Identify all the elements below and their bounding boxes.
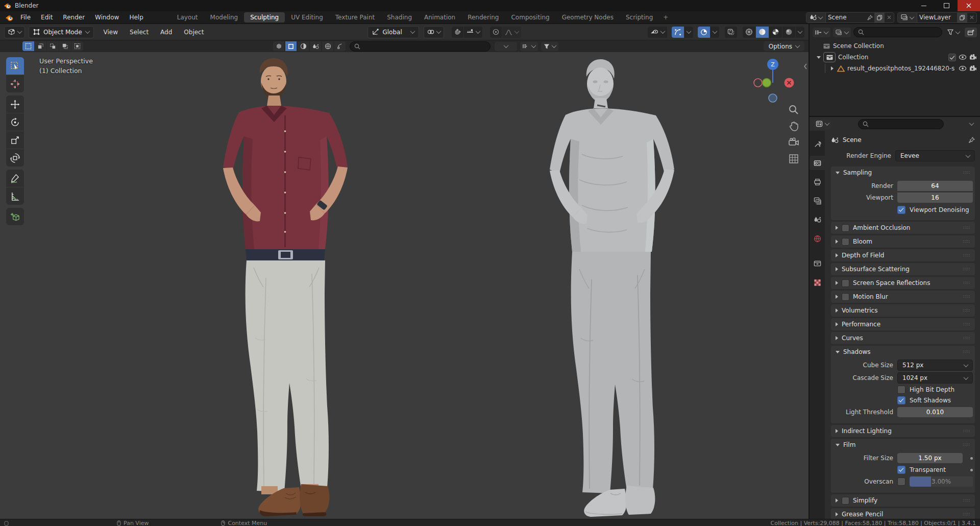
overscan-checkbox[interactable] — [897, 477, 905, 486]
display-mode-dropdown[interactable] — [520, 42, 538, 51]
panel-shadows-header[interactable]: Shadows ∷∷ — [831, 346, 975, 358]
collection-exclude-checkbox[interactable] — [948, 54, 956, 61]
tab-animation[interactable]: Animation — [418, 12, 461, 22]
shading-material-button[interactable] — [769, 27, 782, 38]
show-gizmo-toggle[interactable] — [672, 27, 684, 38]
object-visibility-dropdown[interactable] — [648, 27, 667, 38]
transform-orientation-dropdown[interactable]: Global — [368, 26, 419, 38]
overscan-slider[interactable]: 3.00% — [910, 476, 973, 487]
filter-dropdown[interactable] — [541, 42, 558, 51]
tool-rotate[interactable] — [6, 113, 24, 131]
viewport-shading-tile-active[interactable] — [285, 41, 297, 51]
sculpt-mesh-man[interactable] — [550, 59, 674, 517]
brush-icon[interactable] — [334, 41, 346, 51]
new-scene-button[interactable] — [874, 13, 885, 22]
region-toggle-arrow[interactable] — [803, 63, 807, 69]
toggle-ortho-button[interactable] — [788, 153, 799, 164]
panel-sampling-header[interactable]: Sampling ∷∷ — [831, 166, 975, 179]
collapsed-dropdown[interactable] — [495, 42, 517, 51]
menu-render[interactable]: Render — [58, 12, 90, 22]
tab-tool[interactable] — [810, 137, 825, 151]
shading-settings-dropdown[interactable] — [796, 27, 804, 38]
viewlayer-name[interactable]: ViewLayer — [917, 14, 957, 21]
overlays-settings-dropdown[interactable] — [710, 27, 719, 38]
tab-uv-editing[interactable]: UV Editing — [285, 12, 329, 22]
mode-dropdown[interactable]: Object Mode — [29, 26, 94, 38]
menu-edit[interactable]: Edit — [36, 12, 58, 22]
properties-search-input[interactable] — [858, 119, 944, 129]
expand-icon[interactable] — [817, 56, 821, 59]
panel-motion-blur[interactable]: Motion Blur∷∷ — [831, 291, 975, 303]
tab-output[interactable] — [810, 175, 825, 189]
unlink-scene-button[interactable] — [885, 15, 894, 19]
menu-window[interactable]: Window — [90, 12, 124, 22]
world-icon[interactable] — [322, 41, 333, 51]
editor-type-button[interactable] — [4, 26, 25, 38]
navigation-gizmo[interactable]: Z — [749, 56, 796, 104]
reference-photo-man[interactable] — [223, 58, 348, 516]
sampling-viewport-field[interactable]: 16 — [897, 193, 973, 203]
viewport-canvas[interactable]: User Perspective (1) Collection — [0, 52, 808, 519]
panel-film-header[interactable]: Film ∷∷ — [831, 439, 975, 451]
pin-icon[interactable] — [866, 15, 874, 20]
tool-select-box[interactable] — [6, 57, 24, 75]
tab-compositing[interactable]: Compositing — [505, 12, 555, 22]
animate-dot-icon[interactable] — [970, 457, 973, 460]
new-collection-button[interactable] — [965, 28, 977, 37]
animate-dot-icon[interactable] — [970, 469, 973, 471]
scene-data-icon[interactable] — [310, 41, 321, 51]
panel-checkbox[interactable] — [842, 279, 849, 287]
matcap-icon[interactable] — [273, 41, 284, 51]
options-button[interactable]: Options — [764, 41, 804, 51]
viewport-menu-object[interactable]: Object — [179, 27, 209, 37]
properties-editor-type-button[interactable] — [813, 119, 831, 129]
filter-size-field[interactable]: 1.50 px — [897, 453, 963, 463]
add-workspace-button[interactable]: + — [659, 12, 672, 22]
pan-view-button[interactable] — [788, 121, 799, 132]
panel-depth-of-field[interactable]: Depth of Field∷∷ — [831, 249, 975, 261]
tool-search-input[interactable] — [350, 41, 491, 52]
disable-render-camera-icon[interactable] — [969, 54, 977, 60]
outliner-row-scene-collection[interactable]: Scene Collection — [810, 40, 980, 52]
xray-toggle[interactable] — [725, 27, 737, 38]
show-overlays-toggle[interactable] — [698, 27, 710, 38]
panel-curves[interactable]: Curves∷∷ — [831, 332, 975, 344]
viewport-menu-view[interactable]: View — [99, 27, 123, 37]
properties-options-dropdown[interactable] — [969, 121, 974, 126]
outliner-search-input[interactable] — [853, 27, 942, 37]
select-mode-subtract[interactable] — [47, 41, 59, 51]
zoom-view-button[interactable] — [788, 104, 799, 115]
viewport-menu-select[interactable]: Select — [125, 27, 154, 37]
tab-scripting[interactable]: Scripting — [620, 12, 659, 22]
panel-grease-pencil[interactable]: Grease Pencil∷∷ — [831, 508, 975, 519]
tab-layout[interactable]: Layout — [171, 12, 204, 22]
gizmo-settings-dropdown[interactable] — [684, 27, 693, 38]
maximize-button[interactable] — [935, 0, 958, 11]
panel-screen-space-reflections[interactable]: Screen Space Reflections∷∷ — [831, 277, 975, 289]
tab-view-layer[interactable] — [810, 194, 825, 208]
tab-shading[interactable]: Shading — [381, 12, 418, 22]
proportional-falloff-dropdown[interactable] — [502, 27, 521, 38]
panel-bloom[interactable]: Bloom∷∷ — [831, 235, 975, 248]
scene-browse-button[interactable] — [806, 13, 826, 22]
minimize-button[interactable] — [913, 0, 935, 11]
render-engine-dropdown[interactable]: Eevee — [895, 150, 975, 161]
viewlayer-browse-button[interactable] — [898, 13, 917, 22]
tool-add-cube[interactable] — [6, 208, 24, 225]
tool-scale[interactable] — [6, 131, 24, 149]
hide-viewport-eye-icon[interactable] — [959, 54, 967, 60]
transparent-checkbox[interactable] — [897, 466, 905, 474]
snap-toggle[interactable] — [452, 27, 463, 38]
panel-ambient-occlusion[interactable]: Ambient Occlusion∷∷ — [831, 222, 975, 234]
tab-modeling[interactable]: Modeling — [204, 12, 244, 22]
panel-performance[interactable]: Performance∷∷ — [831, 318, 975, 330]
blender-menu-icon[interactable] — [3, 14, 15, 21]
outliner-filter-dropdown[interactable] — [945, 28, 962, 37]
tab-collection[interactable] — [810, 256, 825, 271]
tab-texture-paint[interactable]: Texture Paint — [329, 12, 381, 22]
tab-world[interactable] — [810, 231, 825, 246]
breadcrumb-scene[interactable]: Scene — [843, 136, 862, 144]
select-mode-intersect[interactable] — [71, 41, 83, 51]
tab-rendering[interactable]: Rendering — [461, 12, 505, 22]
select-mode-set[interactable] — [22, 41, 34, 51]
